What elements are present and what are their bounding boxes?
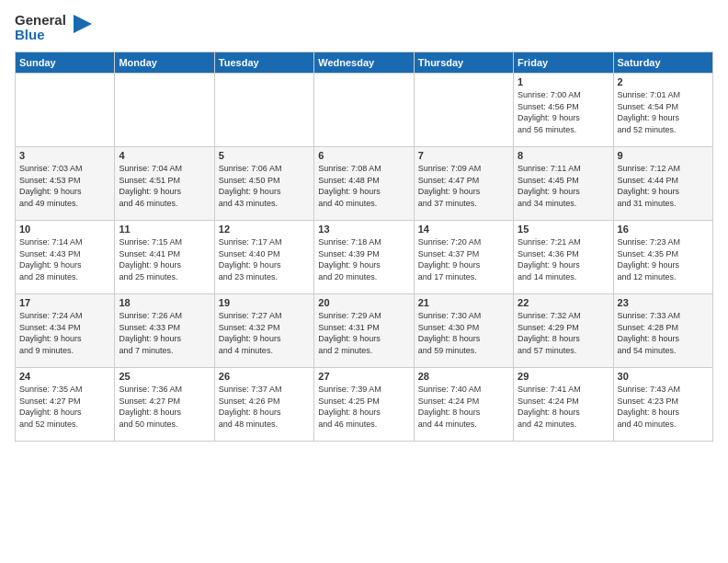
day-number: 7	[418, 150, 509, 161]
calendar-cell: 18Sunrise: 7:26 AMSunset: 4:33 PMDayligh…	[115, 294, 214, 368]
weekday-header: Friday	[514, 52, 613, 74]
day-number: 4	[119, 150, 210, 161]
calendar-cell: 4Sunrise: 7:04 AMSunset: 4:51 PMDaylight…	[115, 147, 214, 221]
calendar-cell: 14Sunrise: 7:20 AMSunset: 4:37 PMDayligh…	[414, 221, 513, 294]
calendar-cell: 30Sunrise: 7:43 AMSunset: 4:23 PMDayligh…	[613, 368, 712, 442]
day-info: Sunrise: 7:39 AMSunset: 4:25 PMDaylight:…	[318, 384, 409, 430]
day-info: Sunrise: 7:23 AMSunset: 4:35 PMDaylight:…	[618, 236, 709, 282]
day-number: 30	[618, 371, 709, 382]
day-info: Sunrise: 7:11 AMSunset: 4:45 PMDaylight:…	[518, 163, 609, 209]
calendar-cell: 20Sunrise: 7:29 AMSunset: 4:31 PMDayligh…	[314, 294, 414, 368]
day-info: Sunrise: 7:24 AMSunset: 4:34 PMDaylight:…	[19, 310, 110, 356]
day-info: Sunrise: 7:32 AMSunset: 4:29 PMDaylight:…	[518, 310, 609, 356]
calendar-cell	[314, 74, 414, 147]
weekday-header: Saturday	[613, 52, 712, 74]
logo: General Blue	[15, 11, 94, 44]
day-info: Sunrise: 7:30 AMSunset: 4:30 PMDaylight:…	[418, 310, 509, 356]
day-number: 21	[418, 297, 509, 308]
day-info: Sunrise: 7:18 AMSunset: 4:39 PMDaylight:…	[318, 236, 409, 282]
week-row: 17Sunrise: 7:24 AMSunset: 4:34 PMDayligh…	[16, 294, 713, 368]
calendar-cell	[414, 74, 513, 147]
day-number: 3	[19, 150, 110, 161]
calendar-cell: 12Sunrise: 7:17 AMSunset: 4:40 PMDayligh…	[214, 221, 313, 294]
day-number: 13	[318, 224, 409, 235]
calendar-cell: 16Sunrise: 7:23 AMSunset: 4:35 PMDayligh…	[613, 221, 712, 294]
day-number: 5	[219, 150, 310, 161]
day-info: Sunrise: 7:04 AMSunset: 4:51 PMDaylight:…	[119, 163, 210, 209]
day-info: Sunrise: 7:01 AMSunset: 4:54 PMDaylight:…	[618, 89, 709, 135]
weekday-header: Monday	[115, 52, 214, 74]
day-info: Sunrise: 7:36 AMSunset: 4:27 PMDaylight:…	[119, 384, 210, 430]
week-row: 24Sunrise: 7:35 AMSunset: 4:27 PMDayligh…	[16, 368, 713, 442]
calendar-cell: 10Sunrise: 7:14 AMSunset: 4:43 PMDayligh…	[16, 221, 115, 294]
day-info: Sunrise: 7:35 AMSunset: 4:27 PMDaylight:…	[19, 384, 110, 430]
day-number: 2	[618, 76, 709, 87]
weekday-header: Wednesday	[314, 52, 414, 74]
day-info: Sunrise: 7:03 AMSunset: 4:53 PMDaylight:…	[19, 163, 110, 209]
day-info: Sunrise: 7:41 AMSunset: 4:24 PMDaylight:…	[518, 384, 609, 430]
logo-flag-icon	[68, 11, 94, 44]
day-info: Sunrise: 7:15 AMSunset: 4:41 PMDaylight:…	[119, 236, 210, 282]
day-info: Sunrise: 7:29 AMSunset: 4:31 PMDaylight:…	[318, 310, 409, 356]
calendar-cell: 25Sunrise: 7:36 AMSunset: 4:27 PMDayligh…	[115, 368, 214, 442]
day-number: 26	[219, 371, 310, 382]
calendar-cell: 22Sunrise: 7:32 AMSunset: 4:29 PMDayligh…	[514, 294, 613, 368]
day-number: 22	[518, 297, 609, 308]
calendar-cell: 23Sunrise: 7:33 AMSunset: 4:28 PMDayligh…	[613, 294, 712, 368]
day-number: 25	[119, 371, 210, 382]
day-number: 6	[318, 150, 409, 161]
svg-marker-0	[74, 15, 92, 33]
calendar-cell: 28Sunrise: 7:40 AMSunset: 4:24 PMDayligh…	[414, 368, 513, 442]
day-number: 20	[318, 297, 409, 308]
day-info: Sunrise: 7:12 AMSunset: 4:44 PMDaylight:…	[618, 163, 709, 209]
calendar-cell: 2Sunrise: 7:01 AMSunset: 4:54 PMDaylight…	[613, 74, 712, 147]
week-row: 10Sunrise: 7:14 AMSunset: 4:43 PMDayligh…	[16, 221, 713, 294]
logo-general: General	[15, 13, 66, 29]
day-number: 16	[618, 224, 709, 235]
day-info: Sunrise: 7:20 AMSunset: 4:37 PMDaylight:…	[418, 236, 509, 282]
calendar: SundayMondayTuesdayWednesdayThursdayFrid…	[15, 52, 713, 442]
day-info: Sunrise: 7:06 AMSunset: 4:50 PMDaylight:…	[219, 163, 310, 209]
day-number: 11	[119, 224, 210, 235]
week-row: 1Sunrise: 7:00 AMSunset: 4:56 PMDaylight…	[16, 74, 713, 147]
day-number: 18	[119, 297, 210, 308]
calendar-cell	[115, 74, 214, 147]
day-info: Sunrise: 7:09 AMSunset: 4:47 PMDaylight:…	[418, 163, 509, 209]
calendar-cell: 7Sunrise: 7:09 AMSunset: 4:47 PMDaylight…	[414, 147, 513, 221]
calendar-cell: 26Sunrise: 7:37 AMSunset: 4:26 PMDayligh…	[214, 368, 313, 442]
day-info: Sunrise: 7:37 AMSunset: 4:26 PMDaylight:…	[219, 384, 310, 430]
day-number: 27	[318, 371, 409, 382]
day-number: 15	[518, 224, 609, 235]
day-number: 8	[518, 150, 609, 161]
day-number: 10	[19, 224, 110, 235]
day-info: Sunrise: 7:08 AMSunset: 4:48 PMDaylight:…	[318, 163, 409, 209]
week-row: 3Sunrise: 7:03 AMSunset: 4:53 PMDaylight…	[16, 147, 713, 221]
calendar-cell: 11Sunrise: 7:15 AMSunset: 4:41 PMDayligh…	[115, 221, 214, 294]
logo-container: General Blue	[15, 11, 94, 44]
calendar-cell: 8Sunrise: 7:11 AMSunset: 4:45 PMDaylight…	[514, 147, 613, 221]
logo-blue: Blue	[15, 28, 66, 43]
calendar-cell: 29Sunrise: 7:41 AMSunset: 4:24 PMDayligh…	[514, 368, 613, 442]
day-info: Sunrise: 7:21 AMSunset: 4:36 PMDaylight:…	[518, 236, 609, 282]
day-number: 17	[19, 297, 110, 308]
calendar-cell	[16, 74, 115, 147]
day-number: 23	[618, 297, 709, 308]
calendar-cell: 9Sunrise: 7:12 AMSunset: 4:44 PMDaylight…	[613, 147, 712, 221]
weekday-header: Sunday	[16, 52, 115, 74]
page: General Blue SundayMondayTuesdayWednesda…	[0, 0, 728, 563]
day-info: Sunrise: 7:40 AMSunset: 4:24 PMDaylight:…	[418, 384, 509, 430]
calendar-cell: 3Sunrise: 7:03 AMSunset: 4:53 PMDaylight…	[16, 147, 115, 221]
calendar-cell: 6Sunrise: 7:08 AMSunset: 4:48 PMDaylight…	[314, 147, 414, 221]
day-number: 9	[618, 150, 709, 161]
calendar-cell: 21Sunrise: 7:30 AMSunset: 4:30 PMDayligh…	[414, 294, 513, 368]
day-info: Sunrise: 7:27 AMSunset: 4:32 PMDaylight:…	[219, 310, 310, 356]
calendar-cell: 13Sunrise: 7:18 AMSunset: 4:39 PMDayligh…	[314, 221, 414, 294]
calendar-cell: 19Sunrise: 7:27 AMSunset: 4:32 PMDayligh…	[214, 294, 313, 368]
day-number: 19	[219, 297, 310, 308]
calendar-cell: 1Sunrise: 7:00 AMSunset: 4:56 PMDaylight…	[514, 74, 613, 147]
day-info: Sunrise: 7:33 AMSunset: 4:28 PMDaylight:…	[618, 310, 709, 356]
day-info: Sunrise: 7:00 AMSunset: 4:56 PMDaylight:…	[518, 89, 609, 135]
weekday-header: Tuesday	[214, 52, 313, 74]
weekday-header: Thursday	[414, 52, 513, 74]
day-info: Sunrise: 7:43 AMSunset: 4:23 PMDaylight:…	[618, 384, 709, 430]
